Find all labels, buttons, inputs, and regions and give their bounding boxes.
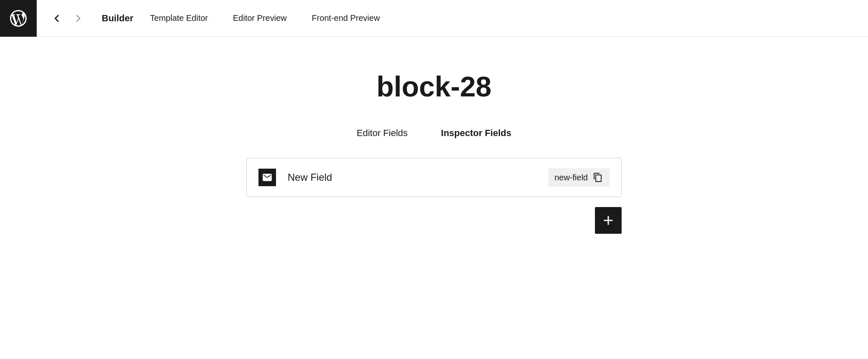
page-title: block-28 [376,70,492,103]
tabs: Editor Fields Inspector Fields [357,128,512,141]
add-field-button[interactable] [595,207,622,234]
back-arrow-icon [51,13,63,24]
copy-icon-svg [593,172,603,182]
template-editor-link[interactable]: Template Editor [150,13,208,23]
field-type-icon [258,169,276,186]
field-name-label: New Field [288,172,549,183]
back-button[interactable] [48,10,65,27]
copy-icon[interactable] [592,172,604,183]
forward-button[interactable] [70,10,87,27]
tab-inspector-fields[interactable]: Inspector Fields [441,128,512,141]
field-card[interactable]: New Field new-field [246,158,622,197]
editor-preview-link[interactable]: Editor Preview [233,13,287,23]
field-slug-badge: new-field [549,168,610,187]
top-nav: Template Editor Editor Preview Front-end… [150,13,380,23]
wordpress-icon [8,8,28,28]
add-button-container [246,207,622,234]
main-content: block-28 Editor Fields Inspector Fields … [0,37,868,234]
wp-logo[interactable] [0,0,37,37]
nav-controls [37,10,98,27]
builder-label: Builder [102,13,133,24]
frontend-preview-link[interactable]: Front-end Preview [312,13,380,23]
tab-editor-fields[interactable]: Editor Fields [357,128,408,141]
forward-arrow-icon [73,13,84,24]
topbar: Builder Template Editor Editor Preview F… [0,0,868,37]
envelope-icon [262,172,273,183]
plus-icon [601,213,616,228]
field-slug-text: new-field [554,173,588,182]
